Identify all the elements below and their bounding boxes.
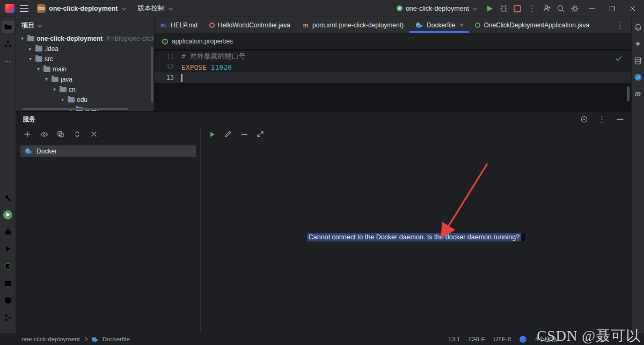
chevron-expanded-icon[interactable]: ▾ [43, 76, 49, 82]
left-tool-strip: ⋯ [0, 17, 16, 333]
service-console[interactable]: Cannot connect to the Docker daemon. Is … [201, 142, 631, 333]
more-vertical-icon[interactable]: ⋮ [596, 115, 608, 123]
chevron-expanded-icon[interactable]: ▾ [35, 66, 41, 72]
spring-tool-icon[interactable] [2, 260, 14, 273]
service-node-label: Docker [36, 148, 57, 155]
tab-dockerfile[interactable]: Dockerfile × [409, 17, 469, 33]
debug-button[interactable] [499, 4, 508, 13]
code-line-13: 13 [155, 72, 631, 83]
tab-oneclickdeploymentapplication[interactable]: OneClickDeploymentApplication.java [469, 17, 595, 33]
breadcrumb-file-name[interactable]: application.properties [172, 38, 233, 45]
line-separator[interactable]: CRLF [469, 336, 485, 342]
text-caret [181, 74, 182, 82]
problems-tool-icon[interactable] [2, 294, 14, 307]
terminal-tool-icon[interactable] [2, 277, 14, 290]
tree-row-root[interactable]: ▾ one-click-deployment F:\Blog\one-click… [16, 33, 154, 43]
line-number: 11 [155, 53, 181, 60]
chevron-collapsed-icon[interactable]: ▸ [27, 46, 33, 52]
restore-button[interactable] [604, 1, 620, 16]
code-editor[interactable]: 11 # 对外暴露的端口号 12 EXPOSE 11020 13 [155, 50, 631, 111]
version-control-tool-icon[interactable] [2, 311, 14, 324]
hide-panel-icon[interactable] [615, 114, 625, 124]
tree-row-main[interactable]: ▾ main [16, 64, 154, 74]
plugins-tool-icon[interactable] [2, 225, 14, 238]
tree-row-java[interactable]: ▾ java [16, 74, 154, 84]
settings-icon[interactable] [570, 4, 580, 13]
stop-button[interactable] [513, 4, 522, 13]
code-with-me-icon[interactable] [542, 4, 552, 13]
minimize-button[interactable] [584, 1, 600, 16]
project-horizontal-scrollbar[interactable] [22, 108, 128, 110]
run-tool-icon[interactable] [2, 243, 14, 255]
editor-breadcrumb: application.properties [155, 33, 631, 50]
tree-row-cn[interactable]: ▾ cn [16, 84, 154, 94]
tab-help-md[interactable]: M↓ HELP.md [155, 17, 203, 33]
title-bar: OD one-click-deployment 版本控制 one-click-d… [0, 0, 644, 17]
services-panel: 服务 ⋮ [16, 111, 631, 333]
more-tool-windows-icon[interactable]: ⋯ [2, 55, 14, 68]
project-vertical-scrollbar[interactable] [151, 47, 153, 102]
maven-panel-icon[interactable]: m [633, 89, 643, 99]
tab-pom-xml[interactable]: m pom.xml (one-click-deployment) [296, 17, 409, 33]
remove-icon[interactable] [239, 129, 249, 139]
editor-tab-bar: M↓ HELP.md HelloWorldController.java m p… [155, 17, 631, 33]
build-tool-icon[interactable] [2, 191, 14, 204]
breadcrumb-separator-icon [83, 337, 88, 342]
copy-icon[interactable] [56, 129, 65, 139]
tab-helloworldcontroller[interactable]: HelloWorldController.java [203, 17, 296, 33]
plugin-colored-icon[interactable] [633, 72, 643, 82]
chevron-expanded-icon[interactable]: ▾ [19, 35, 25, 41]
close-tab-icon[interactable]: × [458, 22, 463, 28]
expand-collapse-icon[interactable] [72, 129, 82, 139]
expand-detail-icon[interactable] [255, 129, 265, 139]
status-project-name[interactable]: one-click-deployment [21, 336, 80, 342]
spring-application-icon [475, 23, 480, 28]
panel-options-icon[interactable] [579, 114, 589, 124]
services-tool-icon[interactable] [2, 208, 14, 221]
edit-configuration-icon[interactable] [223, 129, 233, 139]
markdown-file-icon: M↓ [160, 23, 167, 28]
run-configuration-label: one-click-deployment [406, 5, 469, 12]
notifications-icon[interactable] [633, 23, 643, 32]
editor-scrollbar[interactable] [627, 86, 630, 101]
more-actions-icon[interactable]: ⋮ [526, 4, 538, 12]
plugin-status-icon[interactable] [519, 336, 526, 343]
project-widget[interactable]: OD one-click-deployment [34, 3, 129, 14]
vcs-widget[interactable]: 版本控制 [135, 2, 176, 14]
tree-row-src[interactable]: ▾ src [16, 54, 154, 64]
database-icon[interactable] [633, 56, 643, 65]
chevron-expanded-icon[interactable]: ▾ [60, 97, 65, 102]
tree-row-idea[interactable]: ▸ .idea [16, 43, 154, 54]
caret-position[interactable]: 13:1 [448, 336, 460, 342]
maven-file-icon: m [302, 22, 309, 28]
docker-error-message[interactable]: Cannot connect to the Docker daemon. Is … [307, 233, 521, 241]
console-cursor [522, 234, 525, 241]
package-icon [60, 87, 67, 92]
service-node-docker[interactable]: Docker [20, 145, 196, 157]
clear-icon[interactable] [89, 129, 99, 139]
docker-file-icon [91, 336, 99, 342]
add-service-icon[interactable] [23, 129, 32, 139]
chevron-expanded-icon[interactable]: ▾ [52, 86, 57, 92]
commit-tool-icon[interactable] [2, 38, 14, 50]
close-button[interactable] [625, 1, 641, 16]
show-options-icon[interactable] [39, 129, 49, 139]
chevron-down-icon [472, 6, 477, 11]
chevron-expanded-icon[interactable]: ▾ [27, 56, 33, 62]
ai-assistant-icon[interactable] [633, 39, 643, 49]
search-everywhere-icon[interactable] [556, 4, 566, 13]
main-menu-icon[interactable] [20, 5, 28, 12]
services-panel-title: 服务 [23, 115, 35, 124]
folder-icon [43, 67, 50, 72]
tree-row-edu[interactable]: ▾ edu [16, 94, 154, 105]
folder-icon [27, 36, 34, 41]
file-encoding[interactable]: UTF-8 [494, 336, 511, 342]
run-configuration-widget[interactable]: one-click-deployment [393, 3, 480, 14]
project-tool-icon[interactable] [2, 20, 14, 33]
run-service-icon[interactable] [207, 129, 217, 139]
run-button[interactable] [485, 4, 494, 13]
services-tree-column: Docker [16, 127, 201, 333]
status-file-name[interactable]: Dockerfile [103, 336, 130, 342]
tab-options-icon[interactable]: ⋮ [614, 21, 626, 29]
inspections-ok-icon[interactable] [614, 54, 624, 63]
